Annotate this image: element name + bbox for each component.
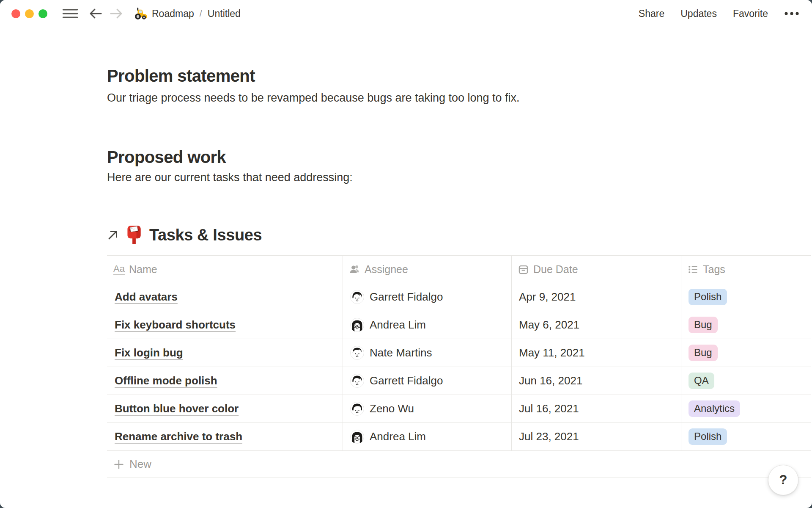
table-row: Fix keyboard shortcutsAndrea LimMay 6, 2… [107,311,811,339]
column-header-due-date[interactable]: Due Date [511,263,681,276]
tags-cell[interactable]: Polish [681,423,811,450]
task-name-cell[interactable]: Offline mode polish [107,367,343,395]
assignee-name: Garrett Fidalgo [370,290,443,304]
collection-header[interactable]: Tasks & Issues [107,224,262,246]
assignee-cell[interactable]: Nate Martins [343,339,511,367]
column-label: Tags [703,263,725,276]
column-label: Assignee [365,263,408,276]
tags-cell[interactable]: Bug [681,339,811,367]
tags-cell[interactable]: QA [681,367,811,395]
task-name-link[interactable]: Add avatars [115,290,178,304]
favorite-button[interactable]: Favorite [733,8,768,19]
column-header-name[interactable]: Aa Name [107,263,343,276]
avatar [350,374,364,388]
tag-pill[interactable]: Polish [689,428,727,445]
task-name-cell[interactable]: Fix login bug [107,339,343,367]
breadcrumb-page[interactable]: Roadmap [152,8,194,19]
column-divider[interactable] [681,256,681,450]
assignee-cell[interactable]: Garrett Fidalgo [343,283,511,311]
avatar [350,290,364,304]
table-row: Fix login bugNate MartinsMay 11, 2021Bug [107,339,811,367]
task-name-link[interactable]: Rename archive to trash [115,430,242,443]
column-divider[interactable] [511,256,512,450]
task-name-cell[interactable]: Rename archive to trash [107,423,343,450]
avatar [350,346,364,360]
assignee-cell[interactable]: Garrett Fidalgo [343,367,511,395]
tasks-table-body: Add avatarsGarrett FidalgoApr 9, 2021Pol… [107,283,811,451]
assignee-name: Andrea Lim [370,318,426,331]
tag-pill[interactable]: Bug [689,345,718,361]
due-date-cell[interactable]: May 11, 2021 [511,339,681,367]
window-controls [0,9,52,18]
table-row: Button blue hover colorZeno WuJul 16, 20… [107,395,811,423]
table-row: Rename archive to trashAndrea LimJul 23,… [107,423,811,451]
plus-icon [113,459,124,470]
list-icon [687,264,699,275]
help-button-label: ? [779,472,787,488]
breadcrumb-separator: / [200,8,202,19]
assignee-cell[interactable]: Zeno Wu [343,395,511,422]
titlebar-actions: Share Updates Favorite [639,0,799,27]
paragraph-problem: Our triage process needs to be revamped … [107,90,520,106]
heading-proposed-work: Proposed work [107,147,226,167]
assignee-cell[interactable]: Andrea Lim [343,311,511,339]
zoom-window-button[interactable] [38,9,47,18]
person-icon [349,264,360,275]
tags-cell[interactable]: Polish [681,283,811,311]
sidebar-menu-icon[interactable] [62,8,79,19]
close-window-button[interactable] [11,9,20,18]
collection-title[interactable]: Tasks & Issues [149,226,262,244]
task-name-cell[interactable]: Add avatars [107,283,343,311]
task-name-link[interactable]: Fix keyboard shortcuts [115,318,236,331]
column-header-assignee[interactable]: Assignee [343,263,511,276]
new-row-label: New [129,458,151,471]
more-options-icon[interactable] [784,11,799,16]
forward-arrow-icon[interactable] [110,8,123,19]
arrow-up-right-icon [107,229,119,241]
calendar-icon [518,264,529,275]
task-name-link[interactable]: Offline mode polish [115,374,217,387]
avatar [350,318,364,332]
tags-cell[interactable]: Bug [681,311,811,339]
due-date-value: Jul 16, 2021 [519,402,579,415]
tag-pill[interactable]: Polish [689,289,727,305]
breadcrumb-subpage[interactable]: Untitled [208,8,241,19]
due-date-cell[interactable]: May 6, 2021 [511,311,681,339]
minimize-window-button[interactable] [25,9,34,18]
due-date-cell[interactable]: Apr 9, 2021 [511,283,681,311]
tag-pill[interactable]: QA [689,373,714,389]
assignee-cell[interactable]: Andrea Lim [343,423,511,450]
share-button[interactable]: Share [639,8,664,19]
task-name-link[interactable]: Fix login bug [115,346,183,359]
updates-button[interactable]: Updates [680,8,717,19]
assignee-name: Nate Martins [370,346,432,359]
help-button[interactable]: ? [768,465,798,495]
due-date-cell[interactable]: Jun 16, 2021 [511,367,681,395]
heading-problem-statement: Problem statement [107,66,255,86]
breadcrumb: Roadmap / Untitled [152,8,241,19]
task-name-link[interactable]: Button blue hover color [115,402,239,415]
column-label: Due Date [533,263,578,276]
task-name-cell[interactable]: Button blue hover color [107,395,343,422]
tag-pill[interactable]: Bug [689,317,718,333]
back-arrow-icon[interactable] [89,8,102,19]
tags-cell[interactable]: Analytics [681,395,811,422]
tag-pill[interactable]: Analytics [689,400,740,417]
due-date-cell[interactable]: Jul 23, 2021 [511,423,681,450]
column-label: Name [129,263,157,276]
avatar [350,402,364,416]
tractor-emoji [134,7,147,20]
due-date-cell[interactable]: Jul 16, 2021 [511,395,681,422]
task-name-cell[interactable]: Fix keyboard shortcuts [107,311,343,339]
new-row-button[interactable]: New [107,451,811,478]
paragraph-proposed: Here are our current tasks that need add… [107,169,353,186]
due-date-value: May 6, 2021 [519,318,579,331]
column-divider[interactable] [343,256,343,450]
column-header-tags[interactable]: Tags [681,263,811,276]
avatar [350,430,364,444]
table-row: Add avatarsGarrett FidalgoApr 9, 2021Pol… [107,283,811,311]
postbox-emoji [126,225,143,245]
tasks-table: Aa Name Assignee Due Date Tags [107,255,811,478]
app-window: Roadmap / Untitled Share Updates Favorit… [0,0,812,508]
due-date-value: Jun 16, 2021 [519,374,582,387]
